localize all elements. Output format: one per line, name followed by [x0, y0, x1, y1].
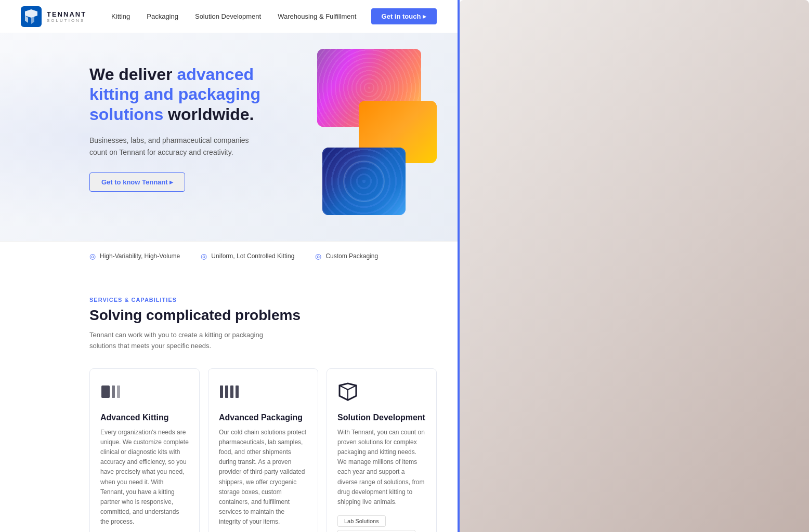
check-icon-2: ◎ [315, 252, 321, 260]
solution-dev-tags: Lab Solutions Pharmaceutical Solutions D… [337, 515, 426, 532]
hero-subtitle: Businesses, labs, and pharmaceutical com… [89, 135, 256, 158]
svg-rect-6 [230, 385, 233, 398]
feature-badge-2: ◎ Custom Packaging [315, 252, 378, 260]
services-subtitle: Tennant can work with you to create a ki… [89, 330, 287, 352]
hero-content: We deliver advanced kitting and packagin… [89, 64, 277, 192]
packaging-title: Advanced Packaging [219, 413, 307, 422]
transition-section: ✏️ It's Good to Go Green Transition to G… [460, 389, 809, 465]
feature-badge-1: ◎ Uniform, Lot Controlled Kitting [201, 252, 294, 260]
kitting-title: Advanced Kitting [100, 413, 189, 422]
main-nav: Kitting Packaging Solution Development W… [111, 12, 371, 20]
svg-rect-7 [236, 385, 239, 398]
hero-images [291, 49, 437, 215]
svg-rect-2 [112, 385, 115, 398]
nav-solution-dev[interactable]: Solution Development [195, 12, 261, 20]
feature-badge-0: ◎ High-Variability, High-Volume [89, 252, 180, 260]
solution-dev-title: Solution Development [337, 413, 426, 422]
service-card-solution-dev: Solution Development With Tennant, you c… [327, 368, 437, 532]
main-page: TENNANT SOLUTIONS Kitting Packaging Solu… [0, 0, 458, 532]
services-label: Services & Capabilities [89, 297, 437, 303]
svg-rect-5 [225, 385, 228, 398]
nav-kitting[interactable]: Kitting [111, 12, 130, 20]
packaging-desc: Our cold chain solutions protect pharmac… [219, 428, 307, 527]
hero-image-3 [322, 148, 406, 215]
logo-text: TENNANT SOLUTIONS [47, 10, 86, 23]
logo-icon [21, 6, 42, 27]
service-card-packaging: Advanced Packaging Our cold chain soluti… [208, 368, 318, 532]
cards-grid: Advanced Kitting Every organization's ne… [89, 368, 437, 532]
image-stack [291, 49, 437, 215]
services-title: Solving complicated problems [89, 307, 437, 324]
service-card-kitting: Advanced Kitting Every organization's ne… [89, 368, 200, 532]
main-header: TENNANT SOLUTIONS Kitting Packaging Solu… [0, 0, 458, 33]
solution-dev-tag-0: Lab Solutions [337, 515, 386, 527]
svg-rect-3 [117, 385, 120, 398]
solution-dev-desc: With Tennant, you can count on proven so… [337, 428, 426, 508]
svg-rect-1 [101, 385, 110, 398]
nav-packaging[interactable]: Packaging [147, 12, 178, 20]
kitting-icon [100, 381, 189, 406]
hero-section: We deliver advanced kitting and packagin… [0, 33, 458, 241]
svg-rect-4 [220, 385, 223, 398]
feature-badges: ◎ High-Variability, High-Volume ◎ Unifor… [0, 241, 458, 271]
hero-cta-button[interactable]: Get to know Tennant ▸ [89, 172, 185, 192]
kitting-desc: Every organization's needs are unique. W… [100, 428, 189, 527]
packaging-icon [219, 381, 307, 406]
svg-line-10 [348, 385, 356, 390]
secondary-page: TENNANT SOLUTIONS Kitting Packaging Solu… [458, 0, 809, 532]
nav-warehousing[interactable]: Warehousing & Fulfillment [278, 12, 356, 20]
svg-line-9 [340, 385, 348, 390]
hero-title: We deliver advanced kitting and packagin… [89, 64, 277, 124]
check-icon-1: ◎ [201, 252, 207, 260]
solution-dev-icon [337, 381, 426, 406]
transition-image: ✏️ [468, 389, 536, 457]
solution-dev-tag-1: Pharmaceutical Solutions [337, 530, 415, 532]
services-section: Services & Capabilities Solving complica… [0, 271, 458, 532]
get-in-touch-button[interactable]: Get in touch ▸ [371, 8, 437, 24]
check-icon-0: ◎ [89, 252, 96, 260]
logo: TENNANT SOLUTIONS [21, 6, 86, 27]
